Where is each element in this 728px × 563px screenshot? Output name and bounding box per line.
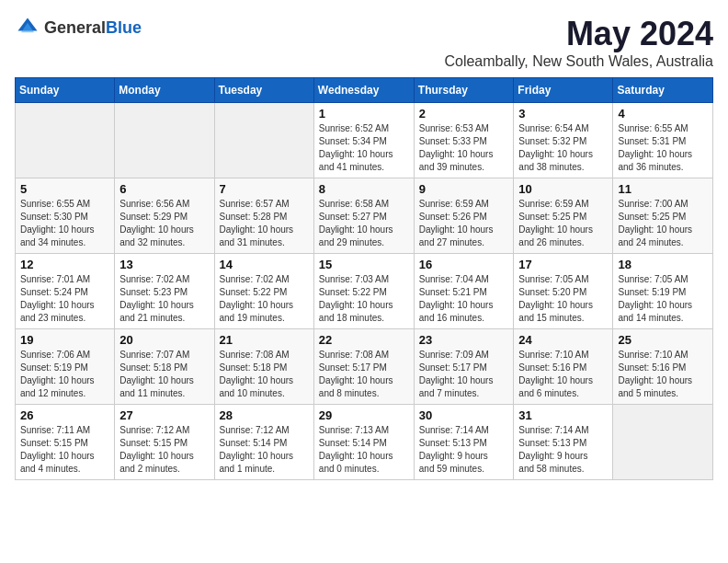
- logo: GeneralBlue: [15, 15, 142, 40]
- calendar-cell: 24Sunrise: 7:10 AMSunset: 5:16 PMDayligh…: [514, 329, 613, 405]
- weekday-header-saturday: Saturday: [613, 78, 713, 103]
- day-info: Sunrise: 6:55 AMSunset: 5:31 PMDaylight:…: [618, 122, 708, 174]
- day-number: 29: [319, 408, 409, 422]
- day-number: 7: [220, 182, 309, 196]
- calendar-cell: 17Sunrise: 7:05 AMSunset: 5:20 PMDayligh…: [514, 254, 613, 329]
- calendar-cell: 6Sunrise: 6:56 AMSunset: 5:29 PMDaylight…: [115, 178, 214, 254]
- day-info: Sunrise: 6:54 AMSunset: 5:32 PMDaylight:…: [518, 122, 608, 174]
- day-info: Sunrise: 7:08 AMSunset: 5:18 PMDaylight:…: [220, 349, 309, 400]
- calendar-cell: 21Sunrise: 7:08 AMSunset: 5:18 PMDayligh…: [214, 329, 313, 405]
- day-number: 3: [518, 107, 608, 121]
- day-info: Sunrise: 6:57 AMSunset: 5:28 PMDaylight:…: [220, 198, 309, 249]
- page-subtitle: Coleambally, New South Wales, Australia: [444, 53, 713, 70]
- day-info: Sunrise: 7:12 AMSunset: 5:15 PMDaylight:…: [119, 424, 209, 476]
- calendar-cell: [613, 405, 713, 480]
- day-info: Sunrise: 7:00 AMSunset: 5:25 PMDaylight:…: [618, 198, 708, 249]
- day-number: 19: [20, 333, 109, 347]
- day-number: 18: [618, 258, 708, 271]
- calendar-week-5: 26Sunrise: 7:11 AMSunset: 5:15 PMDayligh…: [16, 405, 713, 480]
- day-number: 6: [119, 182, 209, 196]
- weekday-header-thursday: Thursday: [414, 78, 514, 103]
- calendar-cell: 4Sunrise: 6:55 AMSunset: 5:31 PMDaylight…: [613, 103, 713, 178]
- calendar-cell: 30Sunrise: 7:14 AMSunset: 5:13 PMDayligh…: [414, 405, 514, 480]
- day-number: 8: [319, 182, 409, 196]
- day-info: Sunrise: 7:09 AMSunset: 5:17 PMDaylight:…: [419, 349, 509, 400]
- day-info: Sunrise: 6:59 AMSunset: 5:25 PMDaylight:…: [518, 198, 608, 249]
- day-info: Sunrise: 7:10 AMSunset: 5:16 PMDaylight:…: [618, 349, 708, 400]
- day-info: Sunrise: 7:05 AMSunset: 5:19 PMDaylight:…: [618, 273, 708, 325]
- day-number: 21: [220, 333, 309, 347]
- day-number: 31: [518, 408, 608, 422]
- day-info: Sunrise: 6:52 AMSunset: 5:34 PMDaylight:…: [319, 122, 409, 174]
- logo-blue: Blue: [106, 18, 142, 37]
- calendar-cell: 28Sunrise: 7:12 AMSunset: 5:14 PMDayligh…: [214, 405, 313, 480]
- calendar-cell: 18Sunrise: 7:05 AMSunset: 5:19 PMDayligh…: [613, 254, 713, 329]
- logo-icon: [15, 15, 40, 40]
- calendar-cell: 23Sunrise: 7:09 AMSunset: 5:17 PMDayligh…: [414, 329, 514, 405]
- calendar-cell: 19Sunrise: 7:06 AMSunset: 5:19 PMDayligh…: [16, 329, 115, 405]
- day-number: 4: [618, 107, 708, 121]
- calendar-week-1: 1Sunrise: 6:52 AMSunset: 5:34 PMDaylight…: [16, 103, 713, 178]
- logo-text: GeneralBlue: [44, 18, 142, 38]
- day-info: Sunrise: 7:14 AMSunset: 5:13 PMDaylight:…: [518, 424, 608, 476]
- day-number: 12: [20, 258, 109, 271]
- day-number: 1: [319, 107, 409, 121]
- day-number: 28: [220, 408, 309, 422]
- day-info: Sunrise: 6:59 AMSunset: 5:26 PMDaylight:…: [419, 198, 509, 249]
- title-area: May 2024 Coleambally, New South Wales, A…: [444, 15, 713, 70]
- day-number: 27: [119, 408, 209, 422]
- day-info: Sunrise: 7:08 AMSunset: 5:17 PMDaylight:…: [319, 349, 409, 400]
- day-number: 2: [419, 107, 509, 121]
- day-info: Sunrise: 7:01 AMSunset: 5:24 PMDaylight:…: [20, 273, 109, 325]
- day-number: 23: [419, 333, 509, 347]
- day-number: 10: [518, 182, 608, 196]
- calendar-cell: 16Sunrise: 7:04 AMSunset: 5:21 PMDayligh…: [414, 254, 514, 329]
- calendar-week-2: 5Sunrise: 6:55 AMSunset: 5:30 PMDaylight…: [16, 178, 713, 254]
- day-number: 26: [20, 408, 109, 422]
- day-info: Sunrise: 7:14 AMSunset: 5:13 PMDaylight:…: [419, 424, 509, 476]
- day-info: Sunrise: 7:05 AMSunset: 5:20 PMDaylight:…: [518, 273, 608, 325]
- logo-general: General: [44, 18, 106, 37]
- weekday-header-monday: Monday: [115, 78, 214, 103]
- calendar-cell: 26Sunrise: 7:11 AMSunset: 5:15 PMDayligh…: [16, 405, 115, 480]
- calendar-cell: 29Sunrise: 7:13 AMSunset: 5:14 PMDayligh…: [313, 405, 414, 480]
- calendar-body: 1Sunrise: 6:52 AMSunset: 5:34 PMDaylight…: [16, 103, 713, 480]
- page-title: May 2024: [444, 15, 713, 53]
- day-info: Sunrise: 6:55 AMSunset: 5:30 PMDaylight:…: [20, 198, 109, 249]
- logo-inner: GeneralBlue: [15, 15, 142, 40]
- calendar-cell: 14Sunrise: 7:02 AMSunset: 5:22 PMDayligh…: [214, 254, 313, 329]
- day-info: Sunrise: 7:13 AMSunset: 5:14 PMDaylight:…: [319, 424, 409, 476]
- day-number: 17: [518, 258, 608, 271]
- calendar-cell: 2Sunrise: 6:53 AMSunset: 5:33 PMDaylight…: [414, 103, 514, 178]
- day-number: 25: [618, 333, 708, 347]
- calendar-table: SundayMondayTuesdayWednesdayThursdayFrid…: [15, 77, 713, 480]
- weekday-header-sunday: Sunday: [16, 78, 115, 103]
- calendar-cell: 5Sunrise: 6:55 AMSunset: 5:30 PMDaylight…: [16, 178, 115, 254]
- day-number: 24: [518, 333, 608, 347]
- calendar-cell: [115, 103, 214, 178]
- calendar-cell: 31Sunrise: 7:14 AMSunset: 5:13 PMDayligh…: [514, 405, 613, 480]
- calendar-cell: 3Sunrise: 6:54 AMSunset: 5:32 PMDaylight…: [514, 103, 613, 178]
- calendar-cell: 22Sunrise: 7:08 AMSunset: 5:17 PMDayligh…: [313, 329, 414, 405]
- calendar-cell: 20Sunrise: 7:07 AMSunset: 5:18 PMDayligh…: [115, 329, 214, 405]
- calendar-cell: 10Sunrise: 6:59 AMSunset: 5:25 PMDayligh…: [514, 178, 613, 254]
- day-number: 20: [119, 333, 209, 347]
- day-info: Sunrise: 7:07 AMSunset: 5:18 PMDaylight:…: [119, 349, 209, 400]
- calendar-cell: 9Sunrise: 6:59 AMSunset: 5:26 PMDaylight…: [414, 178, 514, 254]
- header: GeneralBlue May 2024 Coleambally, New So…: [15, 15, 713, 70]
- day-info: Sunrise: 7:10 AMSunset: 5:16 PMDaylight:…: [518, 349, 608, 400]
- weekday-header-wednesday: Wednesday: [313, 78, 414, 103]
- day-info: Sunrise: 6:56 AMSunset: 5:29 PMDaylight:…: [119, 198, 209, 249]
- calendar-cell: [214, 103, 313, 178]
- calendar-cell: 12Sunrise: 7:01 AMSunset: 5:24 PMDayligh…: [16, 254, 115, 329]
- day-number: 11: [618, 182, 708, 196]
- calendar-cell: 13Sunrise: 7:02 AMSunset: 5:23 PMDayligh…: [115, 254, 214, 329]
- calendar-cell: 8Sunrise: 6:58 AMSunset: 5:27 PMDaylight…: [313, 178, 414, 254]
- day-info: Sunrise: 7:12 AMSunset: 5:14 PMDaylight:…: [220, 424, 309, 476]
- day-info: Sunrise: 7:06 AMSunset: 5:19 PMDaylight:…: [20, 349, 109, 400]
- weekday-header-friday: Friday: [514, 78, 613, 103]
- calendar-cell: 7Sunrise: 6:57 AMSunset: 5:28 PMDaylight…: [214, 178, 313, 254]
- calendar-cell: 27Sunrise: 7:12 AMSunset: 5:15 PMDayligh…: [115, 405, 214, 480]
- calendar-week-3: 12Sunrise: 7:01 AMSunset: 5:24 PMDayligh…: [16, 254, 713, 329]
- day-info: Sunrise: 7:04 AMSunset: 5:21 PMDaylight:…: [419, 273, 509, 325]
